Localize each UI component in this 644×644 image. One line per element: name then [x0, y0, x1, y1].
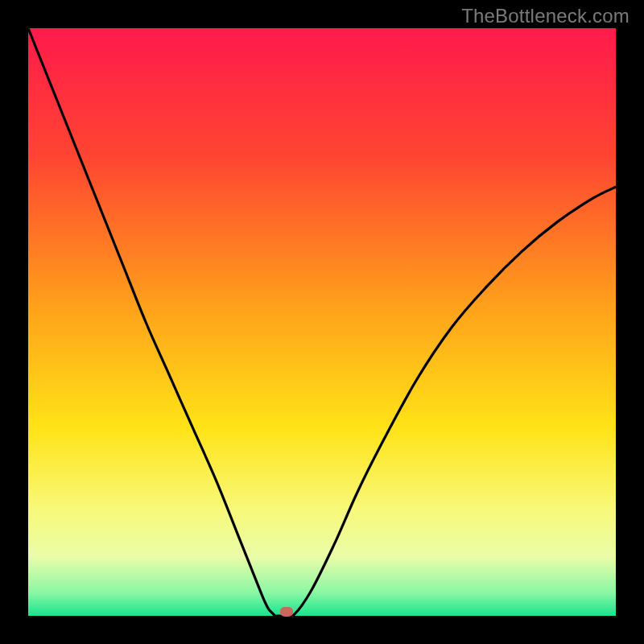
chart-frame: TheBottleneck.com [0, 0, 644, 644]
watermark-text: TheBottleneck.com [461, 5, 630, 27]
plot-area [28, 28, 616, 616]
optimal-point-marker [280, 607, 293, 617]
bottleneck-curve [28, 28, 616, 616]
